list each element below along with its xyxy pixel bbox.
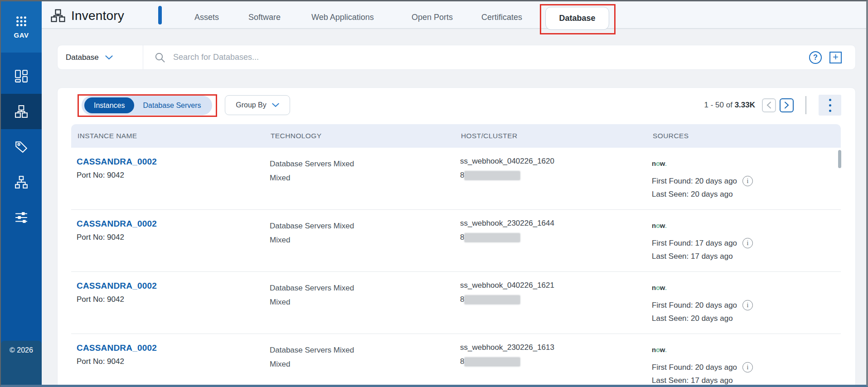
last-seen: Last Seen: 17 days ago bbox=[652, 252, 733, 261]
technology: Database Servers MixedMixed bbox=[270, 157, 354, 185]
sidebar-footer: © 2026 bbox=[1, 341, 42, 385]
inventory-icon bbox=[51, 9, 65, 22]
first-found: First Found: 17 days ago bbox=[652, 239, 737, 248]
hierarchy-icon bbox=[15, 175, 28, 189]
table-body: CASSANDRA_0002 Port No: 9042 Database Se… bbox=[71, 148, 841, 387]
table-row[interactable]: CASSANDRA_0002 Port No: 9042 Database Se… bbox=[71, 272, 841, 334]
column-header-host-cluster[interactable]: HOST/CLUSTER bbox=[461, 124, 518, 148]
view-toggle: Instances Database Servers bbox=[82, 96, 212, 115]
chevron-left-icon bbox=[766, 102, 771, 109]
tab-database-active[interactable]: Database bbox=[545, 7, 609, 30]
app-header: Inventory AssetsSoftwareWeb Applications… bbox=[42, 1, 866, 29]
toggle-instances[interactable]: Instances bbox=[84, 97, 134, 113]
host-cluster: ss_webhook_230226_1644 bbox=[460, 219, 554, 228]
servicenow-logo: now. bbox=[652, 284, 753, 291]
search-icon bbox=[155, 52, 165, 63]
tag-icon bbox=[15, 140, 28, 154]
tab-web-applications[interactable]: Web Applications bbox=[311, 1, 374, 33]
help-icon[interactable]: ? bbox=[809, 51, 822, 64]
info-icon[interactable]: i bbox=[742, 238, 753, 248]
sliders-icon bbox=[15, 211, 28, 224]
host-cluster: ss_webhook_230226_1613 bbox=[460, 343, 554, 352]
instance-name-link[interactable]: CASSANDRA_0002 bbox=[77, 343, 157, 353]
last-seen: Last Seen: 17 days ago bbox=[652, 376, 733, 385]
pagination-total: 3.33K bbox=[735, 101, 755, 109]
sidebar-item-tag[interactable] bbox=[1, 129, 42, 164]
column-header-instance-name[interactable]: INSTANCE NAME bbox=[78, 124, 137, 148]
pagination-range: 1 - 50 of 3.33K bbox=[704, 101, 755, 110]
redacted-text bbox=[465, 233, 520, 242]
tab-certificates[interactable]: Certificates bbox=[481, 1, 522, 33]
copyright: © 2026 bbox=[10, 346, 33, 385]
redacted-text bbox=[465, 295, 520, 304]
info-icon[interactable]: i bbox=[742, 176, 753, 186]
servicenow-logo: now. bbox=[652, 222, 753, 229]
instance-name-link[interactable]: CASSANDRA_0002 bbox=[77, 157, 157, 167]
table-row[interactable]: CASSANDRA_0002 Port No: 9042 Database Se… bbox=[71, 210, 841, 272]
instance-name-link[interactable]: CASSANDRA_0002 bbox=[77, 281, 157, 291]
host-line2: 8 bbox=[460, 233, 464, 242]
scrollbar-thumb[interactable] bbox=[838, 150, 841, 168]
app-name: GAV bbox=[14, 31, 29, 39]
title-divider bbox=[158, 6, 162, 24]
redacted-text bbox=[465, 171, 520, 180]
table-row[interactable]: CASSANDRA_0002 Port No: 9042 Database Se… bbox=[71, 334, 841, 387]
toggle-database-servers[interactable]: Database Servers bbox=[134, 102, 212, 110]
table-row[interactable]: CASSANDRA_0002 Port No: 9042 Database Se… bbox=[71, 148, 841, 210]
port-number: Port No: 9042 bbox=[77, 357, 157, 366]
next-page-button[interactable] bbox=[780, 98, 794, 112]
group-by-label: Group By bbox=[236, 101, 267, 109]
page-title: Inventory bbox=[71, 9, 124, 23]
last-seen: Last Seen: 20 days ago bbox=[652, 190, 733, 198]
add-icon[interactable]: + bbox=[829, 52, 842, 63]
table-header: INSTANCE NAMETECHNOLOGYHOST/CLUSTERSOURC… bbox=[71, 124, 841, 148]
sidebar-item-hierarchy[interactable] bbox=[1, 164, 42, 200]
first-found: First Found: 20 days ago bbox=[652, 363, 737, 372]
servicenow-logo: now. bbox=[652, 346, 753, 353]
port-number: Port No: 9042 bbox=[77, 233, 157, 242]
app-window: GAV © 2026 Inventory AssetsSoftware bbox=[0, 0, 868, 387]
info-icon[interactable]: i bbox=[742, 362, 753, 372]
first-found: First Found: 20 days ago bbox=[652, 301, 737, 310]
dashboard-icon bbox=[15, 69, 28, 83]
search-input[interactable]: Search for Databases... bbox=[143, 52, 809, 63]
toolbar-divider bbox=[805, 96, 806, 114]
results-card: Instances Database Servers Group By 1 - … bbox=[57, 87, 856, 387]
tab-label: Database bbox=[559, 14, 595, 23]
pagination: 1 - 50 of 3.33K bbox=[704, 95, 841, 116]
host-line2: 8 bbox=[460, 357, 464, 366]
main-area: Inventory AssetsSoftwareWeb Applications… bbox=[42, 1, 866, 385]
port-number: Port No: 9042 bbox=[77, 295, 157, 304]
host-cluster: ss_webhook_040226_1621 bbox=[460, 281, 554, 290]
sidebar-item-inventory[interactable] bbox=[1, 94, 42, 129]
scope-dropdown[interactable]: Database bbox=[58, 45, 143, 69]
scope-label: Database bbox=[66, 53, 99, 62]
technology: Database Servers MixedMixed bbox=[270, 281, 354, 309]
chevron-down-icon bbox=[105, 55, 113, 60]
tab-assets[interactable]: Assets bbox=[194, 1, 219, 33]
tab-software[interactable]: Software bbox=[248, 1, 281, 33]
more-actions-button[interactable] bbox=[819, 95, 841, 116]
tab-open-ports[interactable]: Open Ports bbox=[412, 1, 453, 33]
search-bar: Database Search for Databases... ? + bbox=[57, 45, 856, 70]
instance-name-link[interactable]: CASSANDRA_0002 bbox=[77, 219, 157, 229]
sidebar: GAV © 2026 bbox=[1, 1, 42, 385]
sidebar-nav bbox=[1, 58, 42, 235]
info-icon[interactable]: i bbox=[742, 300, 753, 310]
first-found: First Found: 20 days ago bbox=[652, 177, 737, 186]
app-grid-icon bbox=[15, 15, 27, 27]
group-by-button[interactable]: Group By bbox=[225, 95, 290, 115]
search-placeholder: Search for Databases... bbox=[173, 53, 259, 62]
sidebar-item-sliders[interactable] bbox=[1, 200, 42, 235]
prev-page-button[interactable] bbox=[762, 98, 776, 112]
column-header-sources[interactable]: SOURCES bbox=[653, 124, 689, 148]
port-number: Port No: 9042 bbox=[77, 171, 157, 180]
inventory-icon bbox=[15, 105, 28, 118]
technology: Database Servers MixedMixed bbox=[270, 343, 354, 371]
host-line2: 8 bbox=[460, 171, 464, 180]
chevron-down-icon bbox=[272, 103, 279, 107]
app-launcher[interactable]: GAV bbox=[1, 1, 42, 53]
title-wrap: Inventory bbox=[51, 1, 124, 30]
column-header-technology[interactable]: TECHNOLOGY bbox=[271, 124, 322, 148]
sidebar-item-dashboard[interactable] bbox=[1, 58, 42, 94]
